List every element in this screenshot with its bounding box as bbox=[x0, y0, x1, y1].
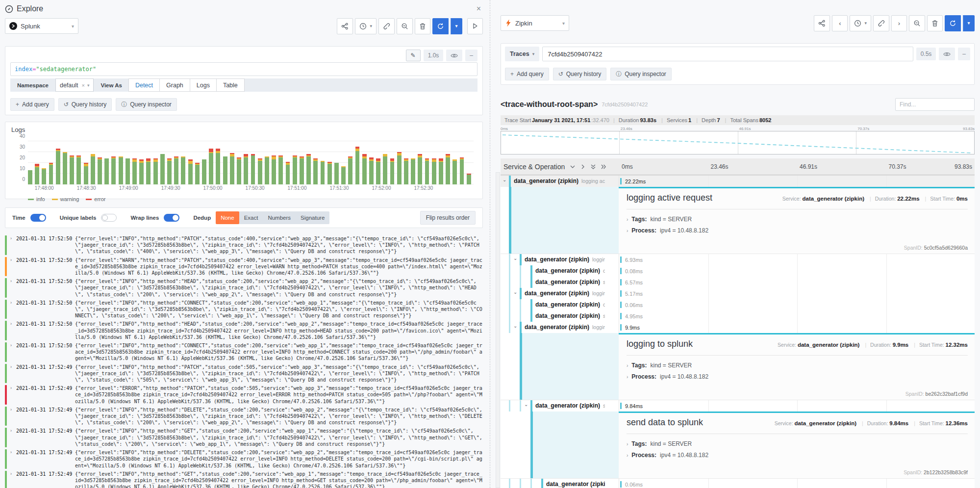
hide-response-button[interactable] bbox=[446, 50, 462, 61]
span-timeline-cell[interactable]: 9.84ms bbox=[619, 400, 975, 411]
dedup-option-none[interactable]: None bbox=[216, 211, 239, 224]
run-query-button[interactable] bbox=[432, 18, 449, 34]
query-history-button[interactable]: ↺Query history bbox=[553, 68, 606, 80]
flip-results-order-button[interactable]: Flip results order bbox=[420, 211, 476, 225]
run-query-interval-dropdown[interactable]: ▾ bbox=[451, 18, 462, 34]
chevron-down-icon[interactable]: ⌄ bbox=[524, 402, 528, 407]
clear-all-button[interactable] bbox=[415, 18, 430, 34]
chevron-down-icon[interactable]: ⌄ bbox=[513, 256, 517, 261]
span-row[interactable]: ⌄data_generator (zipkin)logging to spl..… bbox=[501, 322, 975, 333]
share-button[interactable] bbox=[337, 18, 353, 34]
log-row[interactable]: ›2021-01-31 17:52:50{"error_level":"INFO… bbox=[5, 320, 483, 341]
chevron-down-icon[interactable]: ⌄ bbox=[503, 177, 506, 182]
splunk-query-input[interactable]: index="sedatagenerator" bbox=[10, 62, 477, 76]
collapse-one-icon[interactable] bbox=[570, 164, 576, 170]
time-picker-button[interactable]: ▾ bbox=[850, 15, 871, 31]
edit-mode-toggle[interactable]: ✎ bbox=[406, 50, 421, 61]
add-query-button[interactable]: +Add query bbox=[10, 98, 54, 111]
log-expand-icon[interactable]: › bbox=[10, 235, 16, 255]
detail-process-row[interactable]: ›Process:ipv4 = 10.48.8.182 bbox=[627, 373, 968, 380]
time-picker-button[interactable]: ▾ bbox=[355, 18, 377, 34]
find-input[interactable] bbox=[895, 98, 975, 111]
log-row[interactable]: ›2021-01-31 17:52:49{"error_level":"INFO… bbox=[5, 427, 483, 448]
span-timeline-cell[interactable]: 5.17ms bbox=[619, 288, 975, 299]
query-history-button[interactable]: ↺Query history bbox=[58, 98, 112, 111]
log-expand-icon[interactable]: › bbox=[10, 364, 16, 384]
unique-labels-toggle[interactable] bbox=[101, 214, 117, 222]
log-row[interactable]: ›2021-01-31 17:52:50{"error_level":"INFO… bbox=[5, 234, 483, 256]
log-expand-icon[interactable]: › bbox=[10, 321, 16, 340]
clear-namespace-icon[interactable]: × bbox=[81, 82, 84, 88]
span-timeline-cell[interactable]: 0.08ms bbox=[619, 265, 975, 277]
span-row[interactable]: ⌄data_generator (zipkin)logging active r… bbox=[501, 176, 975, 187]
link-button[interactable] bbox=[378, 18, 395, 34]
span-row[interactable]: data_generator (zipkin)create htt...0.06… bbox=[501, 299, 975, 310]
detail-process-row[interactable]: ›Process:ipv4 = 10.48.8.182 bbox=[627, 452, 968, 459]
time-toggle[interactable] bbox=[30, 214, 46, 222]
log-expand-icon[interactable]: › bbox=[10, 257, 16, 277]
log-expand-icon[interactable]: › bbox=[10, 385, 16, 405]
run-query-interval-dropdown[interactable]: ▾ bbox=[963, 15, 975, 31]
trace-minimap[interactable] bbox=[501, 131, 975, 154]
span-timeline-cell[interactable]: 9.9ms bbox=[619, 322, 975, 333]
datasource-picker-zipkin[interactable]: Zipkin ▾ bbox=[501, 15, 569, 31]
remove-query-button[interactable]: – bbox=[958, 48, 970, 60]
detail-tags-row[interactable]: ›Tags:kind = SERVER bbox=[627, 440, 968, 447]
wrap-lines-toggle[interactable] bbox=[164, 214, 179, 222]
query-type-select[interactable]: Traces▾ bbox=[505, 47, 539, 61]
chevron-down-icon[interactable]: ⌄ bbox=[513, 289, 517, 295]
view-as-mode-table[interactable]: Table bbox=[216, 78, 245, 92]
legend-item-info[interactable]: info bbox=[28, 196, 45, 202]
expand-one-icon[interactable] bbox=[580, 164, 586, 170]
span-timeline-cell[interactable]: 0.06ms bbox=[619, 299, 975, 310]
dedup-option-exact[interactable]: Exact bbox=[239, 211, 263, 224]
log-expand-icon[interactable]: › bbox=[10, 449, 16, 469]
view-as-mode-detect[interactable]: Detect bbox=[128, 78, 160, 92]
span-row[interactable]: ⌄data_generator (zipkin)send dat...9.84m… bbox=[501, 400, 975, 411]
span-timeline-cell[interactable]: 4.95ms bbox=[619, 310, 975, 322]
live-tail-button[interactable] bbox=[467, 18, 483, 34]
share-button[interactable] bbox=[814, 15, 830, 31]
widen-pane-right-button[interactable]: › bbox=[891, 15, 907, 31]
detail-process-row[interactable]: ›Process:ipv4 = 10.48.8.182 bbox=[627, 227, 968, 234]
add-query-button[interactable]: +Add query bbox=[505, 68, 549, 80]
log-expand-icon[interactable]: › bbox=[10, 407, 16, 426]
dedup-option-numbers[interactable]: Numbers bbox=[263, 211, 296, 224]
legend-item-error[interactable]: error bbox=[86, 196, 105, 202]
collapse-all-icon[interactable] bbox=[590, 164, 596, 170]
span-row[interactable]: data_generator (zipkin)create htt...0.08… bbox=[501, 265, 975, 277]
view-as-mode-graph[interactable]: Graph bbox=[159, 78, 190, 92]
split-pane-divider[interactable] bbox=[490, 0, 490, 488]
query-inspector-button[interactable]: ⓘQuery inspector bbox=[116, 98, 177, 111]
clear-all-button[interactable] bbox=[927, 15, 943, 31]
hide-response-button[interactable] bbox=[939, 48, 955, 60]
trace-id-input[interactable] bbox=[542, 47, 913, 61]
span-row[interactable]: data_generator (zipkin)send http...6.57m… bbox=[501, 277, 975, 288]
log-row[interactable]: ›2021-01-31 17:52:49{"error_level":"INFO… bbox=[5, 363, 483, 385]
log-expand-icon[interactable]: › bbox=[10, 428, 16, 447]
logs-volume-chart[interactable]: 010203040 bbox=[28, 139, 474, 184]
log-row[interactable]: ›2021-01-31 17:52:50{"error_level":"INFO… bbox=[5, 277, 483, 299]
query-inspector-button[interactable]: ⓘQuery inspector bbox=[610, 68, 672, 80]
zoom-out-button[interactable] bbox=[909, 15, 925, 31]
dedup-option-signature[interactable]: Signature bbox=[296, 211, 329, 224]
log-expand-icon[interactable]: › bbox=[10, 342, 16, 362]
log-expand-icon[interactable]: › bbox=[10, 278, 16, 298]
span-row[interactable]: data_generator (zipkin)send http...4.95m… bbox=[501, 310, 975, 322]
log-row[interactable]: ›2021-01-31 17:52:49{"error_level":"INFO… bbox=[5, 448, 483, 470]
span-row[interactable]: ⌄data_generator (zipkin)logging to log..… bbox=[501, 288, 975, 299]
span-timeline-cell[interactable]: 22.22ms bbox=[619, 176, 975, 187]
log-row[interactable]: ›2021-01-31 17:52:50{"error_level":"WARN… bbox=[5, 256, 483, 278]
span-row[interactable]: data_generator (zipkin)creat...0.06ms bbox=[501, 479, 975, 488]
log-expand-icon[interactable]: › bbox=[10, 300, 16, 319]
run-query-button[interactable] bbox=[945, 15, 961, 31]
detail-tags-row[interactable]: ›Tags:kind = SERVER bbox=[627, 216, 968, 223]
span-timeline-cell[interactable]: 6.57ms bbox=[619, 277, 975, 288]
expand-all-icon[interactable] bbox=[601, 164, 606, 170]
log-row[interactable]: ›2021-01-31 17:52:50{"error_level":"INFO… bbox=[5, 299, 483, 320]
view-as-mode-logs[interactable]: Logs bbox=[190, 78, 217, 92]
log-row[interactable]: ›2021-01-31 17:52:50{"error_level":"INFO… bbox=[5, 341, 483, 363]
detail-tags-row[interactable]: ›Tags:kind = SERVER bbox=[627, 362, 968, 369]
datasource-picker-splunk[interactable]: Splunk ▾ bbox=[5, 18, 78, 34]
log-row[interactable]: ›2021-01-31 17:52:49{"error_level":"INFO… bbox=[5, 406, 483, 427]
